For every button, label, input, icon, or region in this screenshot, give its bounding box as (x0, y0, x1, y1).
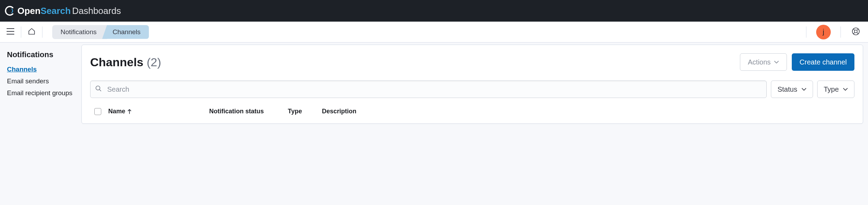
top-navbar: Notifications Channels j (0, 22, 868, 43)
table-header-row: Name Notification status Type Descriptio… (90, 108, 854, 115)
chevron-down-icon (774, 60, 779, 64)
divider (21, 26, 21, 38)
home-icon (28, 28, 35, 37)
lifebuoy-icon (852, 27, 860, 37)
column-label: Description (322, 108, 356, 115)
breadcrumb-notifications[interactable]: Notifications (52, 25, 107, 39)
sidebar-item-label: Channels (7, 66, 37, 73)
brand-logo[interactable]: OpenSearchDashboards (5, 6, 121, 16)
page-title-count: (2) (147, 55, 161, 69)
search-icon (95, 85, 102, 93)
hamburger-icon (7, 28, 14, 36)
column-header-description[interactable]: Description (322, 108, 850, 115)
column-header-name[interactable]: Name (108, 108, 209, 115)
brand-dash: Dashboards (72, 6, 121, 16)
opensearch-mark-icon (5, 6, 15, 16)
button-label: Create channel (799, 58, 847, 66)
column-label: Type (288, 108, 302, 115)
channels-panel: Channels (2) Actions Create channel (81, 45, 863, 124)
filter-label: Type (824, 85, 839, 93)
breadcrumb-label: Channels (113, 28, 141, 36)
divider (806, 26, 806, 38)
chevron-down-icon (802, 88, 806, 91)
select-all-checkbox[interactable] (94, 108, 101, 115)
sort-ascending-icon (127, 109, 132, 114)
main-content: Channels (2) Actions Create channel (81, 43, 868, 205)
breadcrumb-label: Notifications (61, 28, 97, 36)
breadcrumb: Notifications Channels (52, 25, 149, 39)
breadcrumb-channels[interactable]: Channels (102, 25, 149, 39)
help-button[interactable] (851, 27, 861, 37)
search-field-wrap (90, 81, 767, 98)
column-label: Name (108, 108, 125, 115)
sidebar-item-label: Email recipient groups (7, 89, 72, 97)
app-header: OpenSearchDashboards (0, 0, 868, 22)
menu-toggle-button[interactable] (3, 25, 17, 39)
divider (841, 26, 841, 38)
status-filter-dropdown[interactable]: Status (771, 81, 813, 98)
actions-dropdown-button[interactable]: Actions (740, 53, 787, 71)
brand-open: Open (17, 6, 40, 16)
home-button[interactable] (25, 25, 39, 39)
divider (42, 26, 42, 38)
svg-point-1 (854, 30, 857, 33)
search-input[interactable] (90, 81, 767, 98)
filter-label: Status (778, 85, 797, 93)
chevron-down-icon (843, 88, 848, 91)
page-title: Channels (2) (90, 55, 161, 69)
select-all-cell (94, 108, 108, 115)
column-header-type[interactable]: Type (288, 108, 322, 115)
button-label: Actions (748, 58, 771, 66)
avatar-initial: j (823, 28, 824, 36)
svg-point-2 (96, 86, 100, 90)
sidebar: Notifications Channels Email senders Ema… (0, 43, 81, 205)
sidebar-item-email-senders[interactable]: Email senders (7, 77, 74, 85)
sidebar-item-channels[interactable]: Channels (7, 66, 74, 73)
page-title-text: Channels (90, 55, 143, 69)
column-label: Notification status (209, 108, 264, 115)
create-channel-button[interactable]: Create channel (792, 53, 854, 71)
sidebar-item-label: Email senders (7, 77, 49, 85)
user-avatar[interactable]: j (816, 25, 831, 39)
sidebar-item-email-recipient-groups[interactable]: Email recipient groups (7, 89, 74, 97)
type-filter-dropdown[interactable]: Type (817, 81, 854, 98)
column-header-status[interactable]: Notification status (209, 108, 288, 115)
brand-search: Search (40, 6, 71, 16)
sidebar-title: Notifications (7, 50, 74, 59)
